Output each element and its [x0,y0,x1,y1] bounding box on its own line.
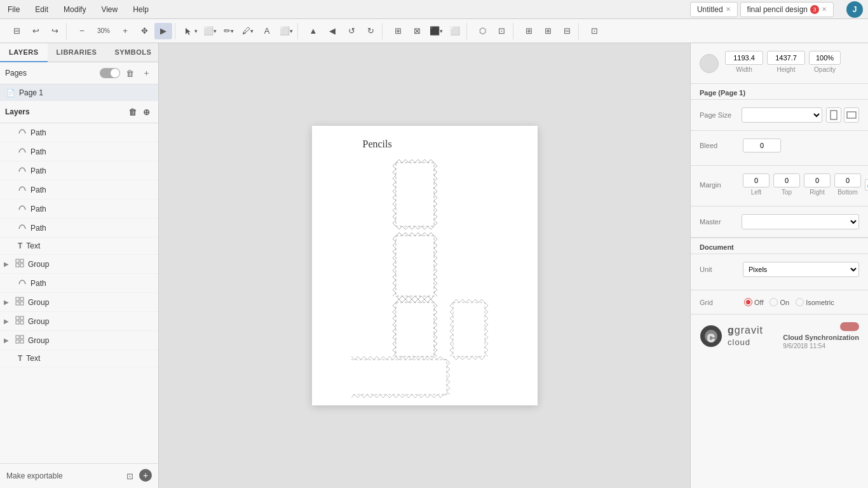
page-1-label: Page 1 [19,88,43,97]
tool-export[interactable]: ⊡ [585,23,603,39]
tool-rect[interactable]: ⬜▾ [201,23,219,39]
tool-hand[interactable]: ✥ [135,23,153,39]
toolbar-transform-group: ⬡ ⊡ [471,23,513,39]
tab-final-pencil-close[interactable]: ✕ [822,6,827,13]
page-portrait-btn[interactable] [826,107,841,123]
tool-rotate-cw[interactable]: ↻ [362,23,379,39]
tab-untitled[interactable]: Untitled ✕ [690,2,738,17]
layer-group-2[interactable]: ▶ Group [0,293,158,312]
tool-redo[interactable]: ↪ [46,23,64,39]
unit-select[interactable]: Pixels Points Millimeters [743,262,859,277]
tab-symbols[interactable]: SYMBOLS [105,43,160,62]
tool-cursor[interactable]: ▶ [154,23,172,39]
expand-arrow-g1[interactable]: ▶ [4,261,11,268]
export-add-btn[interactable]: + [139,469,152,482]
layer-group-3[interactable]: ▶ Group [0,312,158,331]
page-landscape-btn[interactable] [844,107,859,123]
tool-grid2[interactable]: ⊞ [539,23,557,39]
tool-grid3[interactable]: ⊟ [558,23,576,39]
grid-isometric-dot[interactable] [796,298,804,306]
tool-transform1[interactable]: ⬡ [473,23,491,39]
tool-transform2[interactable]: ⊡ [492,23,510,39]
expand-arrow-g2[interactable]: ▶ [4,299,11,306]
layer-path-7[interactable]: Path [0,274,158,293]
grid-off-label: Off [754,299,763,306]
expand-arrow-g4[interactable]: ▶ [4,337,11,344]
margin-link-btn[interactable]: 🔗 [865,179,868,191]
height-input[interactable] [767,51,805,65]
tool-text[interactable]: A [258,23,276,39]
layer-path-1[interactable]: Path [0,123,158,142]
layer-path-4[interactable]: Path [0,180,158,200]
tool-bool3[interactable]: ⬛▾ [427,23,445,39]
menu-edit[interactable]: Edit [32,4,51,15]
tab-final-pencil[interactable]: final pencil design 3 ✕ [740,2,834,17]
pages-add-btn[interactable]: ＋ [139,66,153,80]
pages-toggle[interactable] [100,68,120,78]
tool-align-top[interactable]: ▲ [304,23,322,39]
svg-rect-17 [396,236,434,296]
grid-isometric-label: Isometric [806,299,834,306]
width-input[interactable] [725,51,763,65]
path-icon-3 [18,165,27,176]
bleed-input[interactable] [743,139,781,152]
grid-off-dot[interactable] [744,298,752,306]
margin-bottom-input[interactable] [834,173,861,187]
menu-view[interactable]: View [98,4,120,15]
layer-path-2[interactable]: Path [0,142,158,161]
tool-rotate-ccw[interactable]: ↺ [342,23,360,39]
tool-align-left[interactable]: ◀ [323,23,341,39]
master-select[interactable] [742,214,859,229]
layer-path-6[interactable]: Path [0,219,158,238]
expand-arrow-g3[interactable]: ▶ [4,318,11,325]
tab-untitled-close[interactable]: ✕ [726,6,731,13]
user-avatar[interactable]: J [846,1,863,18]
tool-fill[interactable]: 🖊▾ [239,23,257,39]
tab-layers[interactable]: LAYERS [0,43,48,62]
grid-isometric-radio[interactable]: Isometric [796,298,834,306]
layer-text-2[interactable]: T Text [0,350,158,367]
layer-path-5[interactable]: Path [0,200,158,219]
page-size-select[interactable] [742,107,822,123]
layer-group-1[interactable]: ▶ Group [0,255,158,274]
margin-top-input[interactable] [773,173,800,187]
tool-zoom-in[interactable]: + [116,23,134,39]
group-icon-2 [15,297,24,308]
tool-image[interactable]: ⬜▾ [277,23,295,39]
layers-delete-btn[interactable]: 🗑 [125,105,139,119]
margin-right-input[interactable] [804,173,831,187]
export-share-btn[interactable]: ⊡ [123,469,137,483]
opacity-input[interactable] [809,51,841,65]
page-1-item[interactable]: 📄 Page 1 [0,85,158,101]
tool-grid1[interactable]: ⊞ [520,23,538,39]
layer-name-2: Path [31,147,46,156]
pages-delete-btn[interactable]: 🗑 [123,66,137,80]
tool-undo[interactable]: ↩ [27,23,44,39]
svg-rect-13 [20,336,24,339]
tool-zoom-out[interactable]: − [73,23,91,39]
layer-path-3[interactable]: Path [0,161,158,180]
margin-left-input[interactable] [743,173,770,187]
menu-modify[interactable]: Modify [61,4,88,15]
tab-libraries[interactable]: LIBRARIES [48,43,106,62]
grid-on-radio[interactable]: On [770,298,789,306]
tool-save[interactable]: ⊟ [8,23,25,39]
menu-file[interactable]: File [5,4,22,15]
text-icon-2: T [18,354,22,363]
sync-toggle[interactable] [840,322,859,331]
grid-on-dot[interactable] [770,298,778,306]
tool-bool4[interactable]: ⬜ [446,23,464,39]
layer-group-4[interactable]: ▶ Group [0,331,158,350]
text-icon-1: T [18,241,22,250]
color-swatch[interactable] [700,54,719,73]
layer-text-1[interactable]: T Text [0,238,158,255]
menu-help[interactable]: Help [130,4,151,15]
tool-pen[interactable]: ✏▾ [220,23,238,39]
tool-select[interactable]: ▾ [182,23,200,39]
svg-rect-7 [20,302,24,305]
path-icon-1 [18,127,27,138]
tool-bool2[interactable]: ⊠ [408,23,426,39]
layers-add-btn[interactable]: ⊕ [139,105,153,119]
grid-off-radio[interactable]: Off [744,298,763,306]
tool-bool1[interactable]: ⊞ [389,23,407,39]
